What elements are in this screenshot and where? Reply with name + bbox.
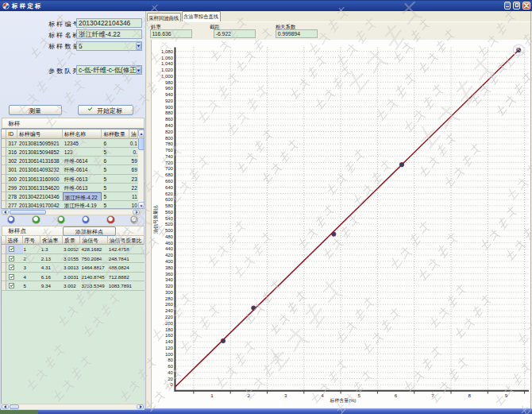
svg-text:800: 800 (165, 136, 174, 141)
svg-text:220: 220 (165, 315, 174, 319)
svg-text:720: 720 (165, 161, 174, 165)
svg-text:700: 700 (165, 166, 174, 171)
svg-text:9: 9 (505, 393, 508, 398)
svg-text:160: 160 (165, 333, 174, 338)
svg-text:1,060: 1,060 (161, 56, 174, 60)
svg-text:980: 980 (165, 80, 174, 85)
svg-text:440: 440 (165, 246, 174, 251)
svg-text:460: 460 (165, 241, 174, 246)
svg-text:960: 960 (165, 86, 174, 91)
svg-text:780: 780 (165, 141, 174, 146)
svg-text:900: 900 (165, 105, 174, 110)
svg-text:1,040: 1,040 (161, 61, 174, 66)
svg-text:660: 660 (165, 179, 174, 184)
svg-text:60: 60 (168, 364, 173, 369)
svg-text:580: 580 (165, 203, 174, 208)
svg-text:480: 480 (165, 234, 174, 239)
svg-text:6: 6 (395, 393, 398, 398)
svg-text:40: 40 (168, 370, 173, 375)
svg-text:180: 180 (165, 327, 174, 332)
svg-text:200: 200 (165, 321, 174, 326)
svg-text:560: 560 (165, 210, 174, 215)
svg-text:300: 300 (165, 290, 174, 295)
svg-text:1,080: 1,080 (161, 49, 174, 54)
svg-text:3: 3 (284, 393, 287, 398)
svg-text:5: 5 (358, 393, 361, 398)
svg-text:8: 8 (468, 393, 471, 398)
svg-text:820: 820 (165, 130, 174, 134)
svg-text:360: 360 (165, 272, 174, 277)
svg-text:油信号质量比: 油信号质量比 (153, 205, 159, 234)
svg-text:740: 740 (165, 154, 174, 159)
svg-text:140: 140 (165, 339, 174, 344)
svg-text:520: 520 (165, 222, 174, 226)
svg-text:240: 240 (165, 308, 174, 313)
svg-text:400: 400 (165, 259, 174, 264)
svg-text:标样含量(%): 标样含量(%) (329, 398, 356, 404)
svg-text:420: 420 (165, 253, 174, 257)
svg-text:380: 380 (165, 265, 174, 270)
svg-text:840: 840 (165, 123, 174, 128)
svg-text:1: 1 (210, 393, 214, 398)
svg-text:760: 760 (165, 148, 174, 153)
svg-text:120: 120 (165, 346, 174, 350)
svg-text:860: 860 (165, 117, 174, 122)
svg-text:260: 260 (165, 302, 174, 307)
svg-text:940: 940 (165, 92, 174, 97)
svg-text:600: 600 (165, 197, 174, 202)
svg-text:880: 880 (165, 110, 174, 115)
svg-text:7: 7 (431, 393, 434, 398)
svg-text:280: 280 (165, 296, 174, 301)
svg-text:340: 340 (165, 277, 174, 282)
svg-text:540: 540 (165, 216, 174, 221)
svg-text:920: 920 (165, 99, 174, 103)
svg-text:640: 640 (165, 185, 174, 190)
svg-text:1,020: 1,020 (161, 68, 174, 72)
svg-text:20: 20 (168, 377, 173, 381)
svg-text:500: 500 (165, 228, 174, 233)
svg-text:1,000: 1,000 (161, 74, 174, 79)
svg-text:320: 320 (165, 284, 174, 288)
svg-text:80: 80 (168, 358, 173, 362)
svg-text:2: 2 (248, 393, 251, 398)
svg-text:680: 680 (165, 172, 174, 177)
svg-text:4: 4 (321, 393, 324, 398)
svg-text:620: 620 (165, 192, 174, 196)
svg-text:100: 100 (165, 352, 174, 357)
svg-text:0: 0 (171, 382, 174, 387)
